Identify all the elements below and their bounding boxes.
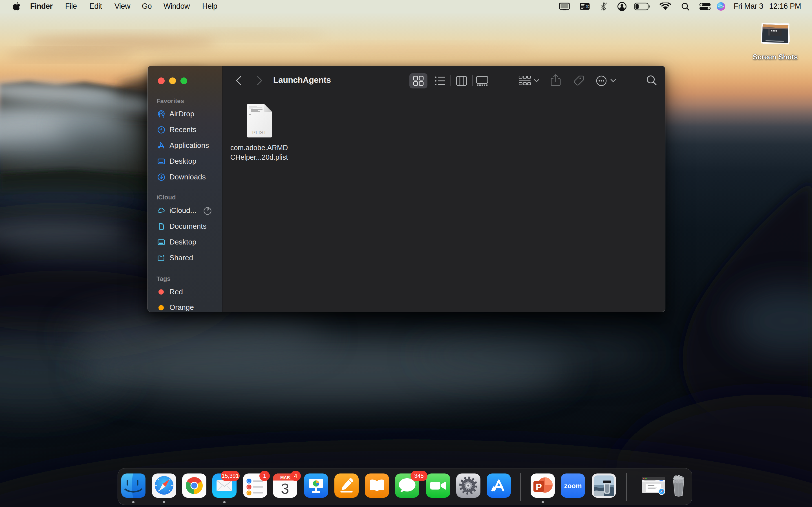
svg-text:zoom: zoom <box>564 482 582 490</box>
svg-text:P: P <box>536 482 542 492</box>
svg-text:3: 3 <box>281 481 289 497</box>
svg-text:MAR: MAR <box>280 475 290 480</box>
svg-text:⌘: ⌘ <box>586 5 589 9</box>
svg-text:PLIST: PLIST <box>252 130 266 135</box>
